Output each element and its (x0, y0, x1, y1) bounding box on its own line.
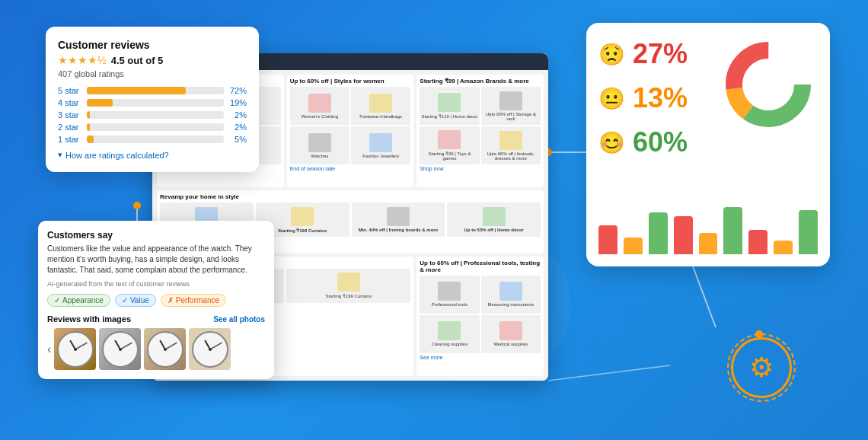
sentiment-card: 😟 27% 😐 13% 😊 60% (586, 23, 830, 266)
bar-pct-2: 2% (228, 123, 247, 132)
watch-face-4 (189, 328, 231, 370)
chevron-left-icon[interactable]: ‹ (47, 343, 51, 356)
tool-item-3: Cleaning supplies (420, 315, 479, 353)
bar-red-3 (748, 230, 767, 254)
checkmark-icon-2: ✓ (122, 296, 128, 304)
see-more-women: End of season sale (290, 166, 411, 171)
bar-chart (598, 201, 818, 254)
tool1-label: Professional tools (432, 302, 468, 307)
positive-pct: 60% (633, 126, 688, 158)
bar-group-3 (649, 212, 668, 254)
svg-line-4 (548, 365, 670, 381)
gear-orbit-dot (755, 330, 763, 338)
bar-pct-4: 19% (228, 98, 247, 107)
bar-group-7 (748, 230, 767, 254)
customers-say-card: Customers say Customers like the value a… (38, 221, 274, 379)
tag-performance-label: Performance (176, 296, 219, 304)
tool-item-1: Professional tools (420, 276, 479, 314)
watch-center-3 (164, 348, 167, 351)
bar-bg-1 (87, 136, 224, 143)
watch-center-2 (119, 348, 122, 351)
tag-performance[interactable]: ✗ Performance (161, 294, 226, 307)
bar-group-4 (674, 216, 693, 254)
bar-bg-4 (87, 99, 224, 107)
customers-say-text: Customers like the value and appearance … (47, 244, 265, 276)
star-row-4: 4 star 19% (58, 98, 247, 107)
watch-face-1 (54, 328, 96, 370)
watches-img (308, 133, 331, 152)
storage-img (499, 91, 522, 110)
clothing-label: Women's Clothing (302, 114, 338, 119)
customers-say-title: Customers say (47, 230, 265, 241)
sentiment-neutral: 😐 13% (598, 82, 688, 114)
dresses-img (499, 131, 522, 150)
negative-pct: 27% (633, 38, 688, 70)
watch-bezel-3 (147, 331, 183, 368)
pro-curtains-label: Starting ₹199 Curtains (326, 293, 372, 298)
neutral-pct: 13% (633, 82, 688, 114)
amazon-tools-section: Up to 60% off | Professional tools, test… (416, 257, 544, 376)
watch-center-1 (74, 348, 77, 351)
reviews-card: Customer reviews ★★★★½ 4.5 out of 5 407 … (46, 27, 259, 172)
bar-orange-2 (699, 233, 718, 254)
bar-group-2 (624, 238, 643, 254)
gear-circle: ⚙ (731, 337, 792, 398)
watch-center-4 (209, 348, 212, 351)
storage-label: Upto 68% off | Storage & rack (483, 112, 539, 121)
star-label-5: 5 star (58, 86, 82, 95)
checkmark-icon: ✓ (54, 296, 60, 304)
reviews-images-title-text: Reviews with images (47, 314, 131, 324)
how-calculated-link[interactable]: ▾ How are ratings calculated? (58, 150, 247, 160)
amazon-item-toys: Starting ₹99 | Toys & games (420, 126, 479, 164)
bar-chart-container (598, 193, 818, 254)
sentiment-percentages: 😟 27% 😐 13% 😊 60% (598, 38, 688, 158)
tag-appearance[interactable]: ✓ Appearance (47, 294, 110, 307)
tag-value-label: Value (130, 296, 149, 304)
pro-item-curtains2: Starting ₹199 Curtains (286, 269, 410, 303)
bar-fill-4 (87, 99, 113, 107)
star-row-2: 2 star 2% (58, 123, 247, 132)
bar-green-3 (799, 210, 818, 254)
rating-value: 4.5 out of 5 (111, 55, 164, 66)
chevron-down-icon: ▾ (58, 150, 62, 160)
bar-red-1 (598, 225, 617, 254)
see-more-tools: See more (420, 355, 541, 360)
review-img-2 (99, 328, 141, 370)
amazon-item-clothing: Women's Clothing (290, 87, 349, 125)
see-more-brands: Shop now (420, 166, 541, 171)
see-all-photos-link[interactable]: See all photos (213, 315, 265, 324)
bar-group-1 (598, 225, 617, 254)
star-icons: ★★★★½ (58, 54, 107, 66)
women-grid: Women's Clothing Footwear+Handbags Watch… (290, 87, 411, 164)
rating-stars-row: ★★★★½ 4.5 out of 5 (58, 54, 247, 66)
tool-item-2: Measuring instruments (481, 276, 541, 314)
tool4-img (499, 321, 522, 340)
bar-green-1 (649, 212, 668, 254)
watch-face-3 (144, 328, 186, 370)
tool1-img (438, 282, 461, 301)
tags-row: ✓ Appearance ✓ Value ✗ Performance (47, 294, 265, 307)
homedecor2-img (483, 207, 506, 226)
amazon-section-brands: Starting ₹99 | Amazon Brands & more Star… (416, 75, 544, 187)
clothing-img (308, 94, 331, 113)
svg-point-9 (133, 202, 141, 209)
bar-pct-1: 5% (228, 135, 247, 144)
donut-chart (719, 35, 818, 134)
amazon-item-dresses: Upto 68% off | festivals, dresses & more (481, 126, 541, 164)
tool-item-4: Medical supplies (481, 315, 541, 353)
bar-green-2 (723, 207, 742, 254)
star-label-1: 1 star (58, 135, 82, 144)
curtains-img (291, 207, 314, 226)
bar-bg-5 (87, 87, 224, 94)
jewellery-label: Fashion Jewellery (362, 154, 399, 158)
star-label-4: 4 star (58, 98, 82, 107)
watches-label: Watches (311, 154, 328, 158)
review-images-row: ‹ (47, 328, 265, 370)
sentiment-negative: 😟 27% (598, 38, 688, 70)
wide-item-homedecor2: Up to 53% off | Home décor (447, 202, 541, 237)
bar-group-8 (774, 241, 793, 254)
tag-value[interactable]: ✓ Value (115, 294, 156, 307)
tool2-img (499, 282, 522, 301)
bar-orange-1 (624, 238, 643, 254)
bar-orange-3 (774, 241, 793, 254)
